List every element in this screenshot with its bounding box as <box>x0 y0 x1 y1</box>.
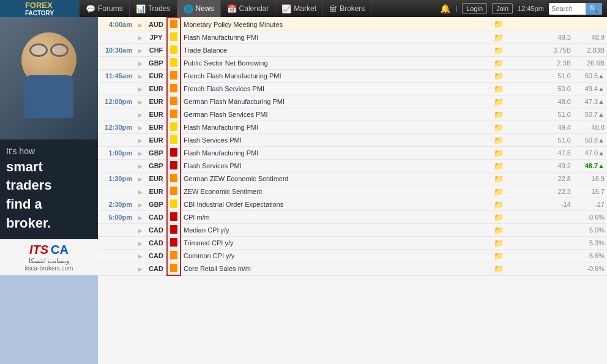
event-forecast: 50.0 <box>540 83 573 95</box>
event-detail-icon[interactable]: 📁 <box>491 237 506 250</box>
ad-logo-area[interactable]: ITS CA وبسایت ایتسکا itsca-brokers.com <box>0 239 98 275</box>
impact-high-icon <box>170 238 177 247</box>
event-previous: 16.7 <box>573 185 607 198</box>
event-currency: EUR <box>146 95 167 108</box>
event-name[interactable]: French Flash Manufacturing PMI <box>181 70 491 83</box>
event-name[interactable]: ZEW Economic Sentiment <box>181 185 491 198</box>
event-forecast: 51.0 <box>540 70 573 83</box>
time-arrow: ▶ <box>135 83 146 95</box>
event-detail-icon[interactable]: 📁 <box>491 160 506 173</box>
event-detail-icon[interactable]: 📁 <box>491 185 506 198</box>
event-detail-icon[interactable]: 📁 <box>491 121 506 134</box>
event-detail-icon[interactable]: 📁 <box>491 83 506 95</box>
event-name[interactable]: Flash Manufacturing PMI <box>181 121 491 134</box>
event-name[interactable]: Trade Balance <box>181 44 491 57</box>
event-previous: -0.6% <box>573 211 607 224</box>
event-name[interactable]: Flash Manufacturing PMI <box>181 147 491 160</box>
event-name[interactable]: Flash Manufacturing PMI <box>181 31 491 44</box>
event-currency: JPY <box>146 31 167 44</box>
event-name[interactable]: Common CPI y/y <box>181 250 491 262</box>
search-box: 🔍 <box>549 3 602 15</box>
event-name[interactable]: Public Sector Net Borrowing <box>181 57 491 70</box>
nav-market[interactable]: 📈 Market <box>275 0 323 17</box>
event-currency: EUR <box>146 108 167 121</box>
event-name[interactable]: Flash Services PMI <box>181 134 491 147</box>
search-button[interactable]: 🔍 <box>586 3 602 15</box>
event-forecast: 51.0 <box>540 108 573 121</box>
event-detail-icon[interactable]: 📁 <box>491 70 506 83</box>
nav-calendar[interactable]: 📅 Calendar <box>221 0 276 17</box>
event-impact <box>167 198 181 211</box>
time-arrow: ▶ <box>135 198 146 211</box>
event-time <box>98 31 135 44</box>
table-row: 5:00pm ▶ CAD CPI m/m 📁 -0.6% <box>98 211 607 224</box>
nav-forums[interactable]: 💬 Forums <box>80 0 130 17</box>
event-actual <box>506 70 540 83</box>
impact-low-icon <box>170 135 177 144</box>
event-previous: 48.7▲ <box>573 160 607 173</box>
event-impact <box>167 108 181 121</box>
event-detail-icon[interactable]: 📁 <box>491 31 506 44</box>
event-detail-icon[interactable]: 📁 <box>491 44 506 57</box>
table-row: 12:00pm ▶ EUR German Flash Manufacturing… <box>98 95 607 108</box>
event-currency: EUR <box>146 70 167 83</box>
time-arrow: ▶ <box>135 44 146 57</box>
event-actual <box>506 83 540 95</box>
table-row: ▶ CAD Median CPI y/y 📁 5.0% <box>98 224 607 237</box>
event-time: 1:30pm <box>98 173 135 185</box>
news-icon: 🌐 <box>184 4 193 13</box>
login-button[interactable]: Login <box>462 3 487 14</box>
nav-trades[interactable]: 📊 Trades <box>130 0 177 17</box>
event-name[interactable]: Median CPI y/y <box>181 224 491 237</box>
event-name[interactable]: Flash Services PMI <box>181 160 491 173</box>
event-name[interactable]: CBI Industrial Order Expectations <box>181 198 491 211</box>
event-detail-icon[interactable]: 📁 <box>491 262 506 276</box>
event-detail-icon[interactable]: 📁 <box>491 224 506 237</box>
event-previous: -17 <box>573 198 607 211</box>
event-time: 10:30am <box>98 44 135 57</box>
event-forecast: 49.3 <box>540 31 573 44</box>
nav-news[interactable]: 🌐 News <box>177 0 221 17</box>
event-detail-icon[interactable]: 📁 <box>491 211 506 224</box>
event-detail-icon[interactable]: 📁 <box>491 108 506 121</box>
event-time <box>98 57 135 70</box>
event-currency: CAD <box>146 224 167 237</box>
event-name[interactable]: Core Retail Sales m/m <box>181 262 491 276</box>
event-name[interactable]: German Flash Services PMI <box>181 108 491 121</box>
event-actual <box>506 224 540 237</box>
event-previous: 48.8 <box>573 121 607 134</box>
event-actual <box>506 108 540 121</box>
event-impact <box>167 160 181 173</box>
event-detail-icon[interactable]: 📁 <box>491 18 506 31</box>
event-detail-icon[interactable]: 📁 <box>491 147 506 160</box>
join-button[interactable]: Join <box>492 3 513 14</box>
table-row: 11:45am ▶ EUR French Flash Manufacturing… <box>98 70 607 83</box>
event-detail-icon[interactable]: 📁 <box>491 250 506 262</box>
time-arrow: ▶ <box>135 237 146 250</box>
event-previous: 5.0% <box>573 224 607 237</box>
event-detail-icon[interactable]: 📁 <box>491 198 506 211</box>
time-arrow: ▶ <box>135 160 146 173</box>
event-detail-icon[interactable]: 📁 <box>491 134 506 147</box>
time-arrow: ▶ <box>135 250 146 262</box>
event-impact <box>167 70 181 83</box>
impact-med-icon <box>170 187 177 195</box>
site-logo[interactable]: FOREX FACTORY <box>0 0 80 17</box>
event-forecast: 2.3B <box>540 57 573 70</box>
nav-brokers[interactable]: 🏛 Brokers <box>323 0 371 17</box>
event-actual <box>506 198 540 211</box>
event-actual <box>506 250 540 262</box>
event-name[interactable]: French Flash Services PMI <box>181 83 491 95</box>
search-input[interactable] <box>549 4 586 13</box>
event-name[interactable]: German ZEW Economic Sentiment <box>181 173 491 185</box>
event-name[interactable]: German Flash Manufacturing PMI <box>181 95 491 108</box>
event-name[interactable]: Trimmed CPI y/y <box>181 237 491 250</box>
event-name[interactable]: CPI m/m <box>181 211 491 224</box>
event-detail-icon[interactable]: 📁 <box>491 57 506 70</box>
event-detail-icon[interactable]: 📁 <box>491 95 506 108</box>
event-impact <box>167 250 181 262</box>
nav-right: 🔔 | Login Join 12:45pm 🔍 <box>435 3 607 15</box>
event-name[interactable]: Monetary Policy Meeting Minutes <box>181 18 491 31</box>
event-detail-icon[interactable]: 📁 <box>491 173 506 185</box>
notifications-bell[interactable]: 🔔 <box>440 4 450 13</box>
